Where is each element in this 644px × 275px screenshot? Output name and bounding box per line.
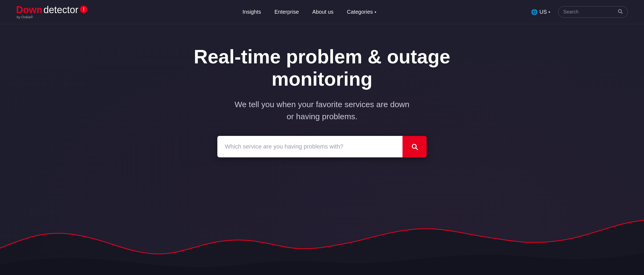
nav-enterprise[interactable]: Enterprise <box>275 9 299 15</box>
nav-search-icon[interactable] <box>617 9 623 15</box>
nav-categories[interactable]: Categories ▾ <box>347 9 376 15</box>
locale-selector[interactable]: 🌐 US ▾ <box>531 9 550 15</box>
hero-section: Real-time problem & outage monitoring We… <box>0 24 644 157</box>
hero-search-input[interactable] <box>217 136 402 157</box>
locale-region: US <box>539 9 547 15</box>
nav-about-us[interactable]: About us <box>312 9 334 15</box>
nav-search-box[interactable] <box>558 6 628 18</box>
hero-search-icon <box>411 143 419 151</box>
logo-detector: detector <box>43 5 78 15</box>
svg-line-1 <box>621 12 623 14</box>
nav-insights[interactable]: Insights <box>243 9 261 15</box>
hero-search-bar <box>217 136 427 157</box>
hero-search-button[interactable] <box>402 136 427 157</box>
categories-chevron-icon: ▾ <box>375 10 376 14</box>
logo-down: Down <box>16 5 42 15</box>
main-nav: Insights Enterprise About us Categories … <box>243 9 376 15</box>
logo-exclaim-icon: ! <box>80 6 87 13</box>
logo-byline: by Ookla® <box>17 15 87 19</box>
wave-decoration <box>0 162 644 275</box>
globe-icon: 🌐 <box>531 9 538 15</box>
hero-title: Real-time problem & outage monitoring <box>174 46 470 90</box>
locale-chevron-icon: ▾ <box>548 10 550 14</box>
hero-subtitle: We tell you when your favorite services … <box>235 98 409 122</box>
nav-search-input[interactable] <box>563 9 615 15</box>
header: Downdetector! by Ookla® Insights Enterpr… <box>0 0 644 24</box>
nav-right: 🌐 US ▾ <box>531 6 628 18</box>
logo[interactable]: Downdetector! by Ookla® <box>16 5 87 19</box>
